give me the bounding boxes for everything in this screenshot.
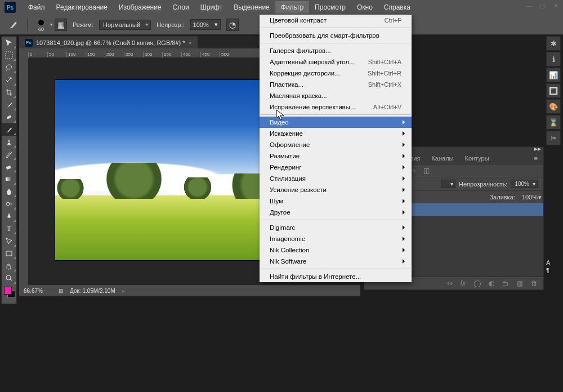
delete-layer-icon[interactable]: 🗑 — [531, 279, 538, 287]
stamp-tool[interactable] — [2, 136, 16, 148]
new-group-icon[interactable]: 🗀 — [502, 279, 509, 287]
type-tool[interactable]: T — [2, 222, 16, 235]
dodge-tool[interactable] — [2, 198, 16, 210]
menu-filter[interactable]: Фильтр — [275, 1, 309, 14]
tab-channels[interactable]: Каналы — [426, 153, 459, 164]
ruler-vertical[interactable] — [19, 57, 28, 285]
status-bar: 66.67% ⊞ Док: 1.05M/2.10M ▸ — [19, 285, 360, 296]
foreground-color[interactable] — [4, 287, 12, 295]
filter-menu-item[interactable]: Imagenomic — [260, 233, 412, 244]
menu-item-label: Digimarc — [270, 224, 295, 231]
panel-icon[interactable]: ¶ — [546, 267, 562, 274]
gradient-tool[interactable] — [2, 173, 16, 185]
pressure-opacity-icon[interactable]: ◔ — [226, 19, 239, 31]
close-tab-icon[interactable]: × — [189, 39, 192, 46]
zoom-level[interactable]: 66.67% — [24, 288, 52, 294]
filter-menu-item[interactable]: Коррекция дисторсии...Shift+Ctrl+R — [260, 68, 412, 79]
filter-menu-item[interactable]: Адаптивный широкий угол...Shift+Ctrl+A — [260, 56, 412, 68]
current-tool-icon[interactable] — [6, 19, 21, 31]
history-brush-tool[interactable] — [2, 148, 16, 161]
menu-item-label: Усиление резкости — [270, 186, 327, 193]
maximize-button[interactable]: ▢ — [540, 2, 546, 10]
shape-tool[interactable] — [2, 247, 16, 260]
filter-menu-item[interactable]: Рендеринг — [260, 162, 412, 173]
layer-opacity-input[interactable]: 100%▾ — [511, 180, 538, 188]
brush-preset-picker[interactable]: 60 ▾ — [33, 19, 49, 31]
filter-menu-item[interactable]: Стилизация — [260, 173, 412, 184]
layer-fill-input[interactable]: 100%▾ — [522, 194, 538, 201]
marquee-tool[interactable] — [2, 49, 16, 61]
right-panel-icons-lower: A ¶ — [546, 259, 562, 274]
panel-icon[interactable]: 📊 — [546, 68, 561, 82]
panel-icon[interactable]: 🔳 — [546, 83, 561, 98]
opacity-input[interactable]: 100%▾ — [190, 19, 221, 30]
filter-menu-item[interactable]: Искажение — [260, 128, 412, 139]
brush-tool[interactable] — [2, 123, 16, 136]
menu-item-label: Imagenomic — [270, 235, 305, 242]
filter-menu-item[interactable]: Шум — [260, 195, 412, 207]
menu-window[interactable]: Окно — [351, 1, 378, 14]
filter-menu-item[interactable]: Nik Collection — [260, 244, 412, 256]
filter-menu-item[interactable]: Размытие — [260, 150, 412, 162]
panel-icon[interactable]: ✂ — [546, 131, 561, 145]
panel-icon[interactable]: ⌛ — [546, 115, 561, 130]
menu-view[interactable]: Просмотр — [309, 1, 351, 14]
menu-select[interactable]: Выделение — [228, 1, 275, 14]
panel-icon[interactable]: ✱ — [546, 36, 561, 51]
blur-tool[interactable] — [2, 185, 16, 198]
filter-menu-item[interactable]: Усиление резкости — [260, 184, 412, 195]
menu-image[interactable]: Изображение — [113, 1, 167, 14]
document-tab[interactable]: Ps 1073814_020.jpg @ 66.7% (Слой 0 копия… — [19, 37, 198, 48]
zoom-tool[interactable] — [2, 272, 16, 284]
color-swatches[interactable] — [2, 284, 16, 304]
layer-mask-icon[interactable]: ◯ — [473, 279, 481, 287]
filter-menu-item[interactable]: Nik Software — [260, 256, 412, 267]
filter-menu-item[interactable]: Другое — [260, 207, 412, 218]
status-doc-size: Док: 1.05M/2.10M — [70, 288, 115, 294]
heal-tool[interactable] — [2, 111, 16, 123]
menu-layers[interactable]: Слои — [167, 1, 195, 14]
filter-menu-item[interactable]: Пластика...Shift+Ctrl+X — [260, 79, 412, 90]
new-layer-icon[interactable]: ▥ — [517, 279, 523, 287]
panel-collapse-icon[interactable]: ▸▸ — [534, 145, 541, 153]
lasso-tool[interactable] — [2, 61, 16, 74]
filter-menu-dropdown[interactable]: Цветовой контрастCtrl+FПреобразовать для… — [260, 15, 412, 282]
minimize-button[interactable]: — — [526, 2, 532, 10]
close-button[interactable]: ✕ — [553, 2, 558, 10]
blend-mode-layer-dropdown[interactable]: ▾ — [441, 180, 455, 188]
filter-smart-icon[interactable]: ◫ — [423, 167, 430, 175]
menu-type[interactable]: Шрифт — [195, 1, 228, 14]
filter-menu-item[interactable]: Цветовой контрастCtrl+F — [260, 15, 412, 26]
menu-help[interactable]: Справка — [378, 1, 416, 14]
filter-menu-item[interactable]: Найти фильтры в Интернете... — [260, 271, 412, 282]
menu-edit[interactable]: Редактирование — [51, 1, 113, 14]
tab-paths[interactable]: Контуры — [459, 153, 494, 164]
blend-mode-dropdown[interactable]: Нормальный ▾ — [99, 20, 151, 30]
move-tool[interactable] — [2, 37, 16, 49]
pen-tool[interactable] — [2, 210, 16, 222]
panel-icon[interactable]: A — [546, 259, 562, 266]
layer-fx-icon[interactable]: fx — [461, 279, 466, 287]
opacity-label: Непрозр.: — [157, 21, 184, 28]
hand-tool[interactable] — [2, 260, 16, 272]
filter-menu-item[interactable]: Исправление перспективы...Alt+Ctrl+V — [260, 101, 412, 113]
eyedropper-tool[interactable] — [2, 99, 16, 111]
new-adjust-icon[interactable]: ◐ — [489, 279, 494, 287]
filter-menu-item[interactable]: Оформление — [260, 139, 412, 150]
panel-menu-icon[interactable]: ≡ — [529, 153, 543, 164]
brush-panel-toggle-icon[interactable]: ▦ — [55, 19, 67, 31]
path-select-tool[interactable] — [2, 235, 16, 247]
filter-menu-item[interactable]: Digimarc — [260, 222, 412, 233]
filter-menu-item[interactable]: Видео — [260, 117, 412, 128]
crop-tool[interactable] — [2, 86, 16, 99]
layer-opacity-label: Непрозрачность: — [459, 181, 507, 188]
menu-file[interactable]: Файл — [23, 1, 51, 14]
filter-menu-item[interactable]: Преобразовать для смарт-фильтров — [260, 30, 412, 41]
filter-menu-item[interactable]: Масляная краска... — [260, 90, 412, 101]
link-layers-icon[interactable]: ⇔ — [447, 279, 453, 287]
filter-menu-item[interactable]: Галерея фильтров... — [260, 45, 412, 56]
wand-tool[interactable] — [2, 74, 16, 86]
eraser-tool[interactable] — [2, 161, 16, 173]
panel-icon[interactable]: 🎨 — [546, 99, 561, 114]
panel-icon[interactable]: ℹ — [546, 52, 561, 66]
